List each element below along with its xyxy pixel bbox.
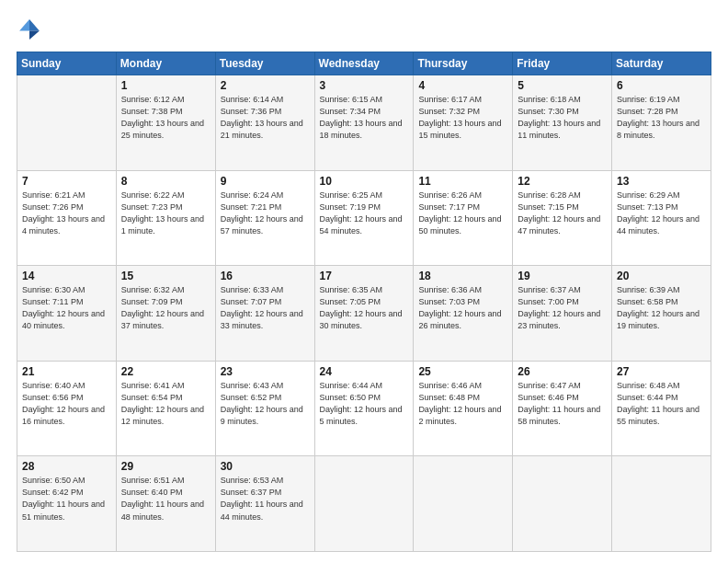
calendar-cell: 15Sunrise: 6:32 AMSunset: 7:09 PMDayligh… xyxy=(116,266,215,362)
calendar-cell: 2Sunrise: 6:14 AMSunset: 7:36 PMDaylight… xyxy=(215,75,314,171)
day-number: 13 xyxy=(617,175,706,188)
calendar-cell: 11Sunrise: 6:26 AMSunset: 7:17 PMDayligh… xyxy=(414,170,513,266)
cell-details: Sunrise: 6:37 AMSunset: 7:00 PMDaylight:… xyxy=(518,284,607,332)
calendar-week-row: 28Sunrise: 6:50 AMSunset: 6:42 PMDayligh… xyxy=(17,456,711,552)
day-number: 11 xyxy=(418,175,507,188)
calendar-cell: 22Sunrise: 6:41 AMSunset: 6:54 PMDayligh… xyxy=(116,361,215,456)
cell-details: Sunrise: 6:46 AMSunset: 6:48 PMDaylight:… xyxy=(418,380,507,428)
day-number: 30 xyxy=(221,460,310,473)
calendar-cell: 25Sunrise: 6:46 AMSunset: 6:48 PMDayligh… xyxy=(414,361,513,456)
calendar-table: SundayMondayTuesdayWednesdayThursdayFrid… xyxy=(17,52,711,552)
weekday-header-monday: Monday xyxy=(116,52,215,75)
day-number: 14 xyxy=(22,270,111,282)
cell-details: Sunrise: 6:41 AMSunset: 6:54 PMDaylight:… xyxy=(121,380,210,428)
day-number: 3 xyxy=(320,79,409,92)
svg-marker-2 xyxy=(19,19,29,30)
svg-marker-0 xyxy=(29,19,40,30)
cell-details: Sunrise: 6:43 AMSunset: 6:52 PMDaylight:… xyxy=(221,380,310,428)
calendar-cell: 10Sunrise: 6:25 AMSunset: 7:19 PMDayligh… xyxy=(314,170,414,266)
weekday-header-tuesday: Tuesday xyxy=(215,52,314,75)
calendar-cell xyxy=(414,456,513,552)
calendar-cell: 23Sunrise: 6:43 AMSunset: 6:52 PMDayligh… xyxy=(215,361,314,456)
calendar-cell: 7Sunrise: 6:21 AMSunset: 7:26 PMDaylight… xyxy=(17,170,117,266)
cell-details: Sunrise: 6:50 AMSunset: 6:42 PMDaylight:… xyxy=(22,475,111,523)
day-number: 29 xyxy=(121,460,210,473)
calendar-week-row: 21Sunrise: 6:40 AMSunset: 6:56 PMDayligh… xyxy=(17,361,711,456)
calendar-cell: 21Sunrise: 6:40 AMSunset: 6:56 PMDayligh… xyxy=(17,361,117,456)
cell-details: Sunrise: 6:12 AMSunset: 7:38 PMDaylight:… xyxy=(121,94,210,142)
logo-icon xyxy=(17,17,42,42)
cell-details: Sunrise: 6:15 AMSunset: 7:34 PMDaylight:… xyxy=(320,94,409,142)
calendar-week-row: 1Sunrise: 6:12 AMSunset: 7:38 PMDaylight… xyxy=(17,75,711,171)
calendar-cell: 20Sunrise: 6:39 AMSunset: 6:58 PMDayligh… xyxy=(612,266,711,362)
calendar-cell: 18Sunrise: 6:36 AMSunset: 7:03 PMDayligh… xyxy=(414,266,513,362)
cell-details: Sunrise: 6:35 AMSunset: 7:05 PMDaylight:… xyxy=(320,284,409,332)
calendar-cell: 5Sunrise: 6:18 AMSunset: 7:30 PMDaylight… xyxy=(513,75,612,171)
calendar-cell: 8Sunrise: 6:22 AMSunset: 7:23 PMDaylight… xyxy=(116,170,215,266)
cell-details: Sunrise: 6:22 AMSunset: 7:23 PMDaylight:… xyxy=(121,190,210,237)
day-number: 5 xyxy=(518,79,607,92)
day-number: 15 xyxy=(121,270,210,282)
cell-details: Sunrise: 6:29 AMSunset: 7:13 PMDaylight:… xyxy=(617,190,706,237)
calendar-cell: 12Sunrise: 6:28 AMSunset: 7:15 PMDayligh… xyxy=(513,170,612,266)
calendar-week-row: 14Sunrise: 6:30 AMSunset: 7:11 PMDayligh… xyxy=(17,266,711,362)
weekday-header-wednesday: Wednesday xyxy=(314,52,414,75)
cell-details: Sunrise: 6:21 AMSunset: 7:26 PMDaylight:… xyxy=(22,190,111,237)
cell-details: Sunrise: 6:36 AMSunset: 7:03 PMDaylight:… xyxy=(418,284,507,332)
day-number: 21 xyxy=(22,365,111,378)
header xyxy=(17,17,711,42)
cell-details: Sunrise: 6:48 AMSunset: 6:44 PMDaylight:… xyxy=(617,380,706,428)
cell-details: Sunrise: 6:24 AMSunset: 7:21 PMDaylight:… xyxy=(221,190,310,237)
weekday-header-saturday: Saturday xyxy=(612,52,711,75)
calendar-cell: 9Sunrise: 6:24 AMSunset: 7:21 PMDaylight… xyxy=(215,170,314,266)
calendar-cell: 3Sunrise: 6:15 AMSunset: 7:34 PMDaylight… xyxy=(314,75,414,171)
day-number: 20 xyxy=(617,270,706,282)
calendar-cell: 30Sunrise: 6:53 AMSunset: 6:37 PMDayligh… xyxy=(215,456,314,552)
cell-details: Sunrise: 6:25 AMSunset: 7:19 PMDaylight:… xyxy=(320,190,409,237)
day-number: 23 xyxy=(221,365,310,378)
calendar-cell: 27Sunrise: 6:48 AMSunset: 6:44 PMDayligh… xyxy=(612,361,711,456)
calendar-cell: 29Sunrise: 6:51 AMSunset: 6:40 PMDayligh… xyxy=(116,456,215,552)
day-number: 10 xyxy=(320,175,409,188)
day-number: 6 xyxy=(617,79,706,92)
calendar-cell: 13Sunrise: 6:29 AMSunset: 7:13 PMDayligh… xyxy=(612,170,711,266)
day-number: 8 xyxy=(121,175,210,188)
cell-details: Sunrise: 6:47 AMSunset: 6:46 PMDaylight:… xyxy=(518,380,607,428)
calendar-cell: 28Sunrise: 6:50 AMSunset: 6:42 PMDayligh… xyxy=(17,456,117,552)
calendar-cell: 16Sunrise: 6:33 AMSunset: 7:07 PMDayligh… xyxy=(215,266,314,362)
cell-details: Sunrise: 6:14 AMSunset: 7:36 PMDaylight:… xyxy=(221,94,310,142)
weekday-header-friday: Friday xyxy=(513,52,612,75)
cell-details: Sunrise: 6:33 AMSunset: 7:07 PMDaylight:… xyxy=(221,284,310,332)
day-number: 22 xyxy=(121,365,210,378)
day-number: 26 xyxy=(518,365,607,378)
day-number: 24 xyxy=(320,365,409,378)
calendar-cell: 1Sunrise: 6:12 AMSunset: 7:38 PMDaylight… xyxy=(116,75,215,171)
cell-details: Sunrise: 6:28 AMSunset: 7:15 PMDaylight:… xyxy=(518,190,607,237)
calendar-cell: 19Sunrise: 6:37 AMSunset: 7:00 PMDayligh… xyxy=(513,266,612,362)
cell-details: Sunrise: 6:26 AMSunset: 7:17 PMDaylight:… xyxy=(418,190,507,237)
weekday-header-thursday: Thursday xyxy=(414,52,513,75)
svg-marker-1 xyxy=(29,31,40,40)
day-number: 9 xyxy=(221,175,310,188)
day-number: 25 xyxy=(418,365,507,378)
cell-details: Sunrise: 6:32 AMSunset: 7:09 PMDaylight:… xyxy=(121,284,210,332)
day-number: 19 xyxy=(518,270,607,282)
calendar-cell xyxy=(314,456,414,552)
day-number: 12 xyxy=(518,175,607,188)
calendar-cell xyxy=(17,75,117,171)
day-number: 18 xyxy=(418,270,507,282)
weekday-header-sunday: Sunday xyxy=(17,52,117,75)
cell-details: Sunrise: 6:39 AMSunset: 6:58 PMDaylight:… xyxy=(617,284,706,332)
cell-details: Sunrise: 6:19 AMSunset: 7:28 PMDaylight:… xyxy=(617,94,706,142)
cell-details: Sunrise: 6:30 AMSunset: 7:11 PMDaylight:… xyxy=(22,284,111,332)
calendar-week-row: 7Sunrise: 6:21 AMSunset: 7:26 PMDaylight… xyxy=(17,170,711,266)
calendar-cell: 6Sunrise: 6:19 AMSunset: 7:28 PMDaylight… xyxy=(612,75,711,171)
calendar-header-row: SundayMondayTuesdayWednesdayThursdayFrid… xyxy=(17,52,711,75)
day-number: 7 xyxy=(22,175,111,188)
cell-details: Sunrise: 6:51 AMSunset: 6:40 PMDaylight:… xyxy=(121,475,210,523)
logo xyxy=(17,17,46,42)
calendar-cell xyxy=(612,456,711,552)
day-number: 27 xyxy=(617,365,706,378)
page: SundayMondayTuesdayWednesdayThursdayFrid… xyxy=(0,0,728,563)
calendar-cell: 17Sunrise: 6:35 AMSunset: 7:05 PMDayligh… xyxy=(314,266,414,362)
